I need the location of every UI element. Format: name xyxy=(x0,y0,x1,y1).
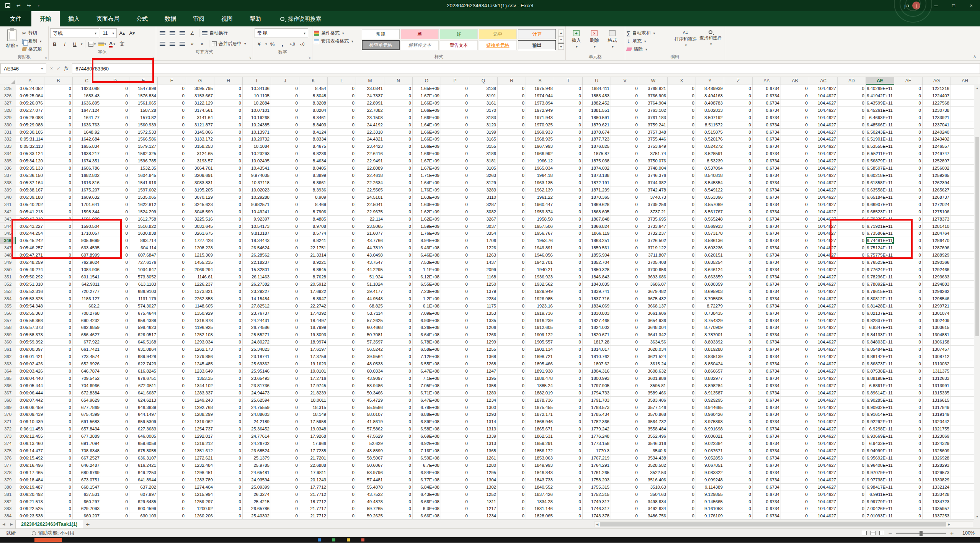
cell-G383[interactable]: 1200.92 xyxy=(186,505,214,512)
cell-O382[interactable]: 6.66E+08 xyxy=(413,498,441,505)
cell-P355[interactable]: 0 xyxy=(441,303,469,310)
cell-AD368[interactable]: 0 xyxy=(838,397,866,404)
cell-I381[interactable]: 26.3274 xyxy=(243,491,271,498)
cell-U366[interactable]: 1797.905 xyxy=(583,382,611,389)
cell-AE382[interactable]: 6.99779E+11 xyxy=(866,498,894,505)
cell-S326[interactable]: 1974.944 xyxy=(526,92,554,100)
cell-AD349[interactable]: 0 xyxy=(838,259,866,266)
cell-M375[interactable]: 43.8599 xyxy=(356,447,384,455)
cell-AE331[interactable]: 6.50243E+11 xyxy=(866,129,894,136)
cell-K380[interactable]: 17.7712 xyxy=(299,484,328,491)
cell-Y347[interactable]: 8.603236 xyxy=(696,244,724,252)
cell-A376[interactable]: 0:06:15.492 xyxy=(16,455,44,462)
cell-Q342[interactable]: 3082 xyxy=(469,208,498,216)
cell-Q346[interactable]: 1706 xyxy=(469,237,498,244)
cell-W340[interactable]: 3740.73 xyxy=(639,194,668,201)
cell-I339[interactable]: 10.02023 xyxy=(243,186,271,194)
row-header-381[interactable]: 381 xyxy=(0,491,16,498)
cell-AA361[interactable]: 0.6734 xyxy=(753,346,781,353)
cell-H325[interactable]: 0 xyxy=(214,85,243,92)
cell-B348[interactable]: 0 xyxy=(44,252,73,259)
cell-C339[interactable]: 1675.207 xyxy=(73,186,101,194)
cell-Q333[interactable]: 3155 xyxy=(469,143,498,150)
cell-AA371[interactable]: 0.6734 xyxy=(753,418,781,425)
cell-S336[interactable]: 1965.034 xyxy=(526,165,554,172)
increase-indent-button[interactable]: » xyxy=(198,39,207,48)
cell-L341[interactable]: 0 xyxy=(328,201,356,208)
cell-Y355[interactable]: 8.72279 xyxy=(696,303,724,310)
cell-S344[interactable]: 1957.506 xyxy=(526,223,554,230)
cell-N378[interactable]: 0 xyxy=(384,469,413,476)
cell-Y354[interactable]: 8.705505 xyxy=(696,295,724,303)
cell-H364[interactable]: 0 xyxy=(214,368,243,375)
cell-P335[interactable]: 0 xyxy=(441,157,469,165)
cell-D348[interactable]: 0 xyxy=(101,252,129,259)
cell-N346[interactable]: 0 xyxy=(384,237,413,244)
cell-I340[interactable]: 10.29288 xyxy=(243,194,271,201)
cell-M382[interactable]: 49.4878 xyxy=(356,498,384,505)
cell-T347[interactable]: 0 xyxy=(554,244,583,252)
cell-A353[interactable]: 0:05:52.316 xyxy=(16,288,44,295)
cell-AC373[interactable]: 104.4627 xyxy=(809,433,838,440)
cell-L354[interactable]: 0 xyxy=(328,295,356,303)
cell-R331[interactable]: 0 xyxy=(498,129,526,136)
cell-W329[interactable]: 3761.183 xyxy=(639,114,668,121)
cell-AG363[interactable]: 1310032 xyxy=(923,360,951,368)
cell-Y343[interactable]: 8.565248 xyxy=(696,216,724,223)
cell-X366[interactable]: 0 xyxy=(668,382,696,389)
align-left-button[interactable] xyxy=(158,39,167,48)
cell-AD356[interactable]: 0 xyxy=(838,310,866,317)
cell-AE364[interactable]: 6.87538E+11 xyxy=(866,368,894,375)
cell-AC332[interactable]: 104.4627 xyxy=(809,136,838,143)
cell-C343[interactable]: 1691.099 xyxy=(73,216,101,223)
cell-B361[interactable]: 0 xyxy=(44,346,73,353)
cell-AG357[interactable]: 1302409 xyxy=(923,317,951,324)
cell-AB350[interactable]: 0 xyxy=(781,266,809,273)
cell-F361[interactable]: 0 xyxy=(158,346,186,353)
cell-K328[interactable]: 8.8204 xyxy=(299,107,328,114)
cell-Q369[interactable]: 1300 xyxy=(469,404,498,411)
cell-I343[interactable]: 9.92397 xyxy=(243,216,271,223)
cell-L353[interactable]: 0 xyxy=(328,288,356,295)
cell-N341[interactable]: 0 xyxy=(384,201,413,208)
cell-AD345[interactable]: 0 xyxy=(838,230,866,237)
cell-P344[interactable]: 0 xyxy=(441,223,469,230)
cell-H379[interactable]: 0 xyxy=(214,476,243,484)
cell-J372[interactable]: 0 xyxy=(271,425,299,433)
cell-G365[interactable]: 1353.35 xyxy=(186,375,214,382)
cell-Y362[interactable]: 8.835139 xyxy=(696,353,724,360)
cell-I364[interactable]: 25.95146 xyxy=(243,368,271,375)
cell-L384[interactable]: 0 xyxy=(328,512,356,520)
cell-I362[interactable]: 23.18741 xyxy=(243,353,271,360)
cell-AD358[interactable]: 0 xyxy=(838,324,866,331)
cell-Y374[interactable]: 9.022384 xyxy=(696,440,724,447)
cell-G357[interactable]: 1316.878 xyxy=(186,317,214,324)
cell-N337[interactable]: 0 xyxy=(384,172,413,179)
cell-O330[interactable]: 1.64E+09 xyxy=(413,121,441,129)
cell-AE353[interactable]: 6.79615E+11 xyxy=(866,288,894,295)
cell-K349[interactable]: 8.9221 xyxy=(299,259,328,266)
cell-AF337[interactable]: 0 xyxy=(894,172,923,179)
cell-D351[interactable]: 0 xyxy=(101,273,129,281)
cell-T344[interactable]: 0 xyxy=(554,223,583,230)
cell-W351[interactable]: 3693.686 xyxy=(639,273,668,281)
autosum-button[interactable]: ∑自动求和▾ xyxy=(627,29,673,37)
cell-B371[interactable]: 0 xyxy=(44,418,73,425)
cell-AG353[interactable]: 1296262 xyxy=(923,288,951,295)
cell-A327[interactable]: 0:05:26.076 xyxy=(16,100,44,107)
cell-AC335[interactable]: 104.4627 xyxy=(809,157,838,165)
cell-Y373[interactable]: 9.006821 xyxy=(696,433,724,440)
cell-AE329[interactable]: 6.4693E+11 xyxy=(866,114,894,121)
cell-K384[interactable]: 21.7712 xyxy=(299,512,328,520)
cell-K332[interactable]: 8.8334 xyxy=(299,136,328,143)
cell-N352[interactable]: 0 xyxy=(384,281,413,288)
cell-A369[interactable]: 0:06:08.459 xyxy=(16,404,44,411)
cell-Z334[interactable]: 0 xyxy=(724,150,753,157)
cell-P338[interactable]: 0 xyxy=(441,179,469,186)
cell-M355[interactable]: 68.825 xyxy=(356,303,384,310)
cell-B366[interactable]: 0 xyxy=(44,382,73,389)
cell-N344[interactable]: 0 xyxy=(384,223,413,230)
cell-F325[interactable]: 0 xyxy=(158,85,186,92)
cell-AB347[interactable]: 0 xyxy=(781,244,809,252)
taskbar-app-icon[interactable] xyxy=(361,538,364,541)
